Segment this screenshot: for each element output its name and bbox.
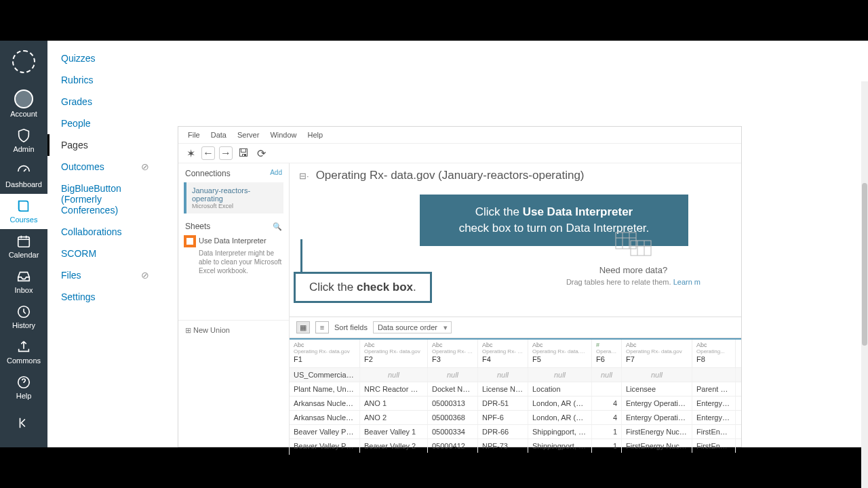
nav-calendar[interactable]: Calendar bbox=[0, 229, 47, 264]
cn-label: People bbox=[61, 118, 91, 129]
grid-view-button[interactable]: ▦ bbox=[296, 321, 310, 333]
search-sheets-icon[interactable]: 🔍 bbox=[273, 222, 282, 231]
table-row: Arkansas Nuclear One…ANO 205000368NPF-6L… bbox=[290, 410, 741, 424]
column-header[interactable]: #Operating...F6 bbox=[592, 340, 622, 367]
cn-rubrics[interactable]: Rubrics bbox=[47, 69, 163, 91]
cn-label: Quizzes bbox=[61, 53, 96, 64]
table-cell: 05000334 bbox=[428, 425, 478, 439]
table-cell: Entergy Operations, I… bbox=[622, 396, 692, 410]
save-button[interactable]: 🖫 bbox=[237, 146, 250, 160]
learn-more-link[interactable]: Learn m bbox=[673, 278, 701, 286]
gauge-icon bbox=[16, 163, 32, 179]
hidden-icon: ⊘ bbox=[141, 270, 149, 281]
table-cell: Shippingport, PA (17 … bbox=[528, 425, 592, 439]
nav-commons[interactable]: Commons bbox=[0, 335, 47, 370]
nav-inbox[interactable]: Inbox bbox=[0, 264, 47, 300]
table-cell: Docket Number bbox=[428, 382, 478, 396]
table-cell: London, AR (6 MI WN… bbox=[528, 396, 592, 410]
nav-account-label: Account bbox=[10, 110, 37, 118]
table-cell: null bbox=[360, 368, 428, 382]
sheets-heading: Sheets bbox=[185, 222, 210, 231]
table-cell: 4 bbox=[592, 411, 622, 424]
refresh-button[interactable]: ⟳ bbox=[254, 146, 268, 160]
datasource-title: Operating Rx- data.gov (January-reactors… bbox=[316, 169, 585, 182]
menu-data[interactable]: Data bbox=[207, 129, 231, 140]
nav-courses[interactable]: Courses bbox=[0, 194, 47, 229]
data-interpreter-checkbox[interactable] bbox=[185, 237, 195, 246]
menu-window[interactable]: Window bbox=[266, 129, 300, 140]
nav-dashboard[interactable]: Dashboard bbox=[0, 159, 47, 194]
tables-icon bbox=[614, 230, 652, 257]
table-cell: Beaver Valley 1 bbox=[360, 425, 428, 439]
connection-item[interactable]: January-reactors-operating Microsoft Exc… bbox=[184, 182, 283, 214]
table-cell: London, AR (6 MI WN… bbox=[528, 411, 592, 424]
tableau-menubar: File Data Server Window Help bbox=[178, 127, 741, 144]
forward-button[interactable]: → bbox=[219, 146, 233, 160]
table-cell: Beaver Valley 2 bbox=[360, 439, 428, 453]
column-header[interactable]: AbcOperating...F8 bbox=[692, 340, 736, 367]
hidden-icon: ⊘ bbox=[141, 161, 149, 172]
table-cell: DPR-66 bbox=[478, 425, 528, 439]
drag-hint-text: Drag tables here to relate them. bbox=[566, 278, 673, 286]
table-cell bbox=[592, 382, 622, 396]
back-button[interactable]: ← bbox=[201, 146, 215, 160]
sort-fields-label: Sort fields bbox=[334, 323, 368, 331]
cn-settings[interactable]: Settings bbox=[47, 286, 163, 308]
menu-server[interactable]: Server bbox=[233, 129, 263, 140]
column-header[interactable]: AbcOperating Rx- data...F4 bbox=[478, 340, 528, 367]
nav-help[interactable]: Help bbox=[0, 370, 47, 405]
new-union-button[interactable]: New Union bbox=[178, 320, 289, 340]
nav-history[interactable]: History bbox=[0, 300, 47, 335]
svg-rect-0 bbox=[18, 237, 30, 247]
column-header[interactable]: AbcOperating Rx- data.govF1 bbox=[290, 340, 360, 367]
menu-help[interactable]: Help bbox=[304, 129, 328, 140]
table-cell: Licensee bbox=[622, 382, 692, 396]
cn-pages[interactable]: Pages bbox=[47, 134, 163, 156]
add-connection-button[interactable]: Add bbox=[270, 169, 282, 178]
cn-collab[interactable]: Collaborations bbox=[47, 221, 163, 243]
scroll-thumb[interactable] bbox=[862, 183, 867, 346]
column-header[interactable]: AbcOperating Rx- data.govF7 bbox=[622, 340, 692, 367]
table-cell: 05000412 bbox=[428, 439, 478, 453]
table-cell: Plant Name, Unit Nu… bbox=[290, 382, 360, 396]
cn-files[interactable]: Files⊘ bbox=[47, 264, 163, 286]
table-cell: US_Commercial Nucle… bbox=[290, 368, 360, 382]
table-row: Arkansas Nuclear One…ANO 105000313DPR-51… bbox=[290, 396, 741, 410]
table-row: Beaver Valley Power …Beaver Valley 20500… bbox=[290, 439, 741, 453]
column-header[interactable]: AbcOperating Rx- data...F3 bbox=[428, 340, 478, 367]
sort-fields-select[interactable]: Data source order bbox=[373, 321, 452, 333]
data-pane: Connections Add January-reactors-operati… bbox=[178, 163, 290, 455]
collapse-nav-button[interactable] bbox=[0, 411, 47, 438]
lms-global-nav: Account Admin Dashboard Courses Calendar… bbox=[0, 41, 47, 447]
table-row: Beaver Valley Power …Beaver Valley 10500… bbox=[290, 424, 741, 439]
metadata-view-button[interactable]: ≡ bbox=[315, 321, 329, 333]
cn-grades[interactable]: Grades bbox=[47, 91, 163, 113]
table-row: US_Commercial Nucle…nullnullnullnullnull… bbox=[290, 367, 741, 382]
page-scrollbar[interactable] bbox=[861, 81, 868, 488]
table-cell: License Number bbox=[478, 382, 528, 396]
book-icon bbox=[16, 198, 32, 214]
table-cell: Arkansas Nuclear One… bbox=[290, 396, 360, 410]
connection-type: Microsoft Excel bbox=[192, 203, 278, 209]
nav-account[interactable]: Account bbox=[0, 85, 47, 123]
table-cell: null bbox=[478, 368, 528, 382]
column-header[interactable]: AbcOperating Rx- data.govF2 bbox=[360, 340, 428, 367]
cn-scorm[interactable]: SCORM bbox=[47, 243, 163, 264]
cn-outcomes[interactable]: Outcomes⊘ bbox=[47, 156, 163, 178]
table-cell: ANO 2 bbox=[360, 411, 428, 424]
cn-quizzes[interactable]: Quizzes bbox=[47, 47, 163, 69]
cn-people[interactable]: People bbox=[47, 113, 163, 134]
table-cell: ANO 1 bbox=[360, 396, 428, 410]
collapse-icon bbox=[16, 415, 32, 431]
table-cell: FirstEner… bbox=[692, 439, 736, 453]
nav-admin[interactable]: Admin bbox=[0, 123, 47, 159]
table-cell: null bbox=[428, 368, 478, 382]
column-header[interactable]: AbcOperating Rx- data.govF5 bbox=[528, 340, 592, 367]
clock-icon bbox=[16, 304, 32, 320]
cn-bbb[interactable]: BigBlueButton (Formerly Conferences) bbox=[47, 178, 163, 221]
nav-commons-label: Commons bbox=[7, 357, 41, 365]
cn-label: Outcomes bbox=[61, 161, 104, 172]
table-cell: 05000368 bbox=[428, 411, 478, 424]
course-nav: Quizzes Rubrics Grades People Pages Outc… bbox=[47, 41, 163, 447]
menu-file[interactable]: File bbox=[184, 129, 204, 140]
